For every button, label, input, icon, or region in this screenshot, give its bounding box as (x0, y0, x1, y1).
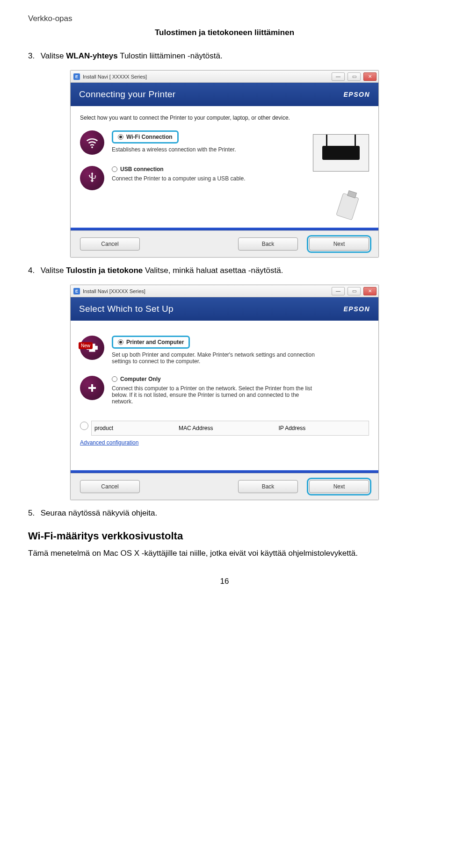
step-4: 4. Valitse Tulostin ja tietokone Valitse… (28, 266, 421, 275)
cancel-button[interactable]: Cancel (80, 480, 140, 493)
th-mac: MAC Address (179, 425, 213, 431)
new-badge: New (79, 342, 93, 349)
wizard-select-setup: E Install Navi [XXXXX Series] — ▭ ✕ Sele… (70, 285, 379, 500)
banner: Connecting your Printer EPSON (71, 83, 378, 106)
close-button[interactable]: ✕ (363, 72, 377, 81)
banner-title: Select Which to Set Up (79, 304, 174, 314)
advanced-config-link[interactable]: Advanced configuration (80, 439, 138, 446)
minimize-button[interactable]: — (332, 287, 345, 295)
close-button[interactable]: ✕ (363, 287, 377, 295)
svg-point-0 (91, 146, 93, 148)
wizard-footer: Cancel Back Next (71, 473, 378, 500)
option-computer-only[interactable]: Computer Only Connect this computer to a… (80, 376, 369, 405)
maximize-button[interactable]: ▭ (348, 287, 361, 295)
usb-icon (80, 166, 104, 190)
doc-header-left: Verkko-opas (28, 14, 421, 23)
next-button[interactable]: Next (309, 480, 369, 493)
banner: Select Which to Set Up EPSON (71, 297, 378, 321)
table-headers: product MAC Address IP Address (91, 421, 369, 436)
usb-radio-label: USB connection (120, 166, 164, 172)
wizard-connecting-printer: E Install Navi [ XXXXX Series] — ▭ ✕ Con… (70, 70, 379, 258)
back-button[interactable]: Back (238, 237, 298, 251)
computer-only-radio[interactable]: Computer Only (112, 376, 369, 382)
app-icon: E (73, 288, 80, 294)
th-ip: IP Address (278, 425, 305, 431)
back-button[interactable]: Back (238, 480, 298, 493)
wizard-body: Select how you want to connect the Print… (71, 106, 378, 228)
usb-desc: Connect the Printer to a computer using … (112, 175, 318, 182)
refresh-icon[interactable] (80, 422, 88, 430)
intro-text: Select how you want to connect the Print… (80, 115, 369, 121)
titlebar: E Install Navi [XXXXX Series] — ▭ ✕ (71, 285, 378, 297)
minimize-button[interactable]: — (332, 72, 345, 81)
section-paragraph: Tämä menetelmä on Mac OS X -käyttäjille … (28, 549, 421, 558)
step-3: 3. Valitse WLAN-yhteys Tulostin liittämi… (28, 51, 421, 61)
titlebar: E Install Navi [ XXXXX Series] — ▭ ✕ (71, 71, 378, 83)
router-illustration (313, 134, 369, 172)
svg-rect-5 (88, 387, 96, 389)
app-icon: E (73, 73, 80, 80)
step-5: 5. Seuraa näytössä näkyviä ohjeita. (28, 509, 421, 518)
wifi-desc: Establishes a wireless connection with t… (112, 146, 318, 153)
computer-only-icon (80, 376, 104, 400)
printer-computer-icon: New (80, 336, 104, 360)
printer-computer-radio-label: Printer and Computer (126, 339, 184, 345)
printer-computer-desc: Set up both Printer and computer. Make P… (112, 352, 318, 365)
radio-icon (118, 134, 123, 140)
cancel-button[interactable]: Cancel (80, 237, 140, 251)
computer-only-desc: Connect this computer to a Printer on th… (112, 385, 318, 405)
brand-logo: EPSON (343, 91, 370, 98)
th-product: product (94, 425, 113, 431)
next-button[interactable]: Next (309, 237, 369, 251)
page-number: 16 (28, 577, 421, 586)
window-title: Install Navi [ XXXXX Series] (83, 74, 147, 79)
usb-illustration (330, 195, 367, 223)
section-heading: Wi-Fi-määritys verkkosivustolta (28, 530, 421, 542)
radio-icon (118, 339, 123, 345)
wizard-body: New Printer and Computer Set up both Pri… (71, 321, 378, 470)
maximize-button[interactable]: ▭ (348, 72, 361, 81)
wifi-radio-highlight[interactable]: Wi-Fi Connection (112, 130, 179, 143)
window-title: Install Navi [XXXXX Series] (83, 288, 145, 294)
doc-header-center: Tulostimen ja tietokoneen liittäminen (28, 28, 421, 37)
printer-list-area: product MAC Address IP Address (80, 416, 369, 436)
radio-icon (112, 376, 117, 382)
wizard-footer: Cancel Back Next (71, 230, 378, 257)
banner-title: Connecting your Printer (79, 89, 176, 100)
printer-computer-radio-highlight[interactable]: Printer and Computer (112, 336, 190, 349)
brand-logo: EPSON (343, 305, 370, 313)
svg-rect-3 (89, 349, 95, 352)
option-printer-and-computer[interactable]: New Printer and Computer Set up both Pri… (80, 336, 369, 365)
wifi-icon (80, 130, 104, 155)
radio-icon (112, 166, 117, 172)
document-page: Verkko-opas Tulostimen ja tietokoneen li… (0, 0, 449, 605)
wifi-radio-label: Wi-Fi Connection (126, 134, 173, 140)
computer-only-radio-label: Computer Only (120, 376, 161, 382)
